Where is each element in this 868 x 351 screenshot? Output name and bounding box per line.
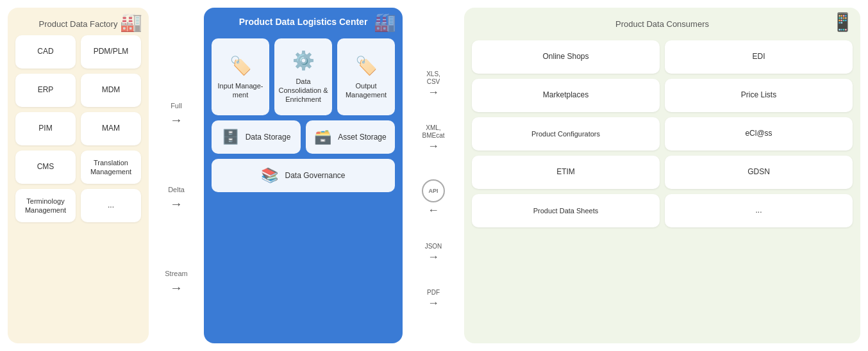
governance-label: Data Governance (285, 171, 345, 180)
factory-icon: 🏭 (120, 12, 142, 33)
center-panel-title: Product Data Logistics Center (239, 17, 368, 27)
list-item: GDSN (665, 156, 853, 189)
list-item: Product Configurators (472, 117, 660, 151)
data-governance-box: 📚 Data Governance (212, 159, 395, 192)
r-arrow-xls-sym: → (428, 86, 439, 99)
list-item: CMS (15, 151, 76, 184)
center-mid-row: 🗄️ Data Storage 🗃️ Asset Storage (212, 120, 395, 154)
r-arrow-pdf-sym: → (428, 297, 439, 310)
output-management-box: 🏷️ Output Manage­ment (337, 38, 395, 115)
right-panel-title: Product Data Consumers (615, 19, 709, 29)
list-item: ETIM (472, 156, 660, 189)
arrow-delta-symbol: → (170, 197, 183, 210)
api-icon: API (422, 179, 445, 202)
data-storage-label: Data Storage (246, 133, 291, 142)
left-arrows-layout: Full → Delta → Stream → (165, 40, 187, 343)
r-arrow-api-sym: ← (428, 204, 439, 217)
list-item: ... (81, 189, 141, 222)
input-label: Input Manage­ment (215, 81, 265, 100)
r-arrow-xls: XLS,CSV → (422, 70, 445, 99)
arrow-stream-label: Stream (165, 270, 187, 278)
arrow-stream-symbol: → (170, 281, 183, 294)
list-item: Translation Management (81, 151, 141, 184)
arrow-full-symbol: → (170, 113, 183, 126)
list-item: MAM (81, 112, 141, 145)
list-item: Marketplaces (472, 79, 660, 112)
output-label: Output Manage­ment (341, 81, 391, 100)
right-arrows: XLS,CSV → XML,BMEcat → API ← JSON → PDF … (408, 8, 459, 343)
consolidation-label: Data Consolidation & Enrichment (278, 77, 328, 104)
asset-storage-label: Asset Storage (338, 133, 386, 142)
left-arrows: Full → Delta → Stream → (154, 8, 199, 343)
list-item: PDM/PLM (81, 35, 141, 69)
left-panel: 🏭 Product Data Factory CAD PDM/PLM ERP M… (8, 8, 149, 343)
right-panel: 📱 Product Data Consumers Online Shops ED… (464, 8, 860, 343)
arrow-delta: Delta → (165, 186, 187, 210)
list-item: Product Data Sheets (472, 194, 660, 227)
governance-icon: 📚 (261, 167, 278, 184)
r-arrow-json-sym: → (428, 250, 439, 264)
r-arrow-xml-label: XML,BMEcat (422, 124, 444, 140)
r-arrow-xls-label: XLS,CSV (426, 70, 440, 86)
r-arrows-layout: XLS,CSV → XML,BMEcat → API ← JSON → PDF … (422, 33, 445, 343)
center-factory-icon: 🏭 (374, 12, 396, 33)
list-item: Terminology Management (15, 189, 76, 222)
arrow-stream: Stream → (165, 270, 187, 294)
right-grid: Online Shops EDI Marketplaces Price List… (472, 40, 853, 227)
data-consolidation-box: ⚙️ Data Consolidation & Enrichment (274, 38, 332, 115)
left-panel-title: Product Data Factory (39, 19, 118, 29)
data-storage-icon: 🗄️ (222, 129, 239, 145)
asset-storage-icon: 🗃️ (314, 129, 331, 145)
input-management-box: 🏷️ Input Manage­ment (212, 38, 269, 115)
input-icon: 🏷️ (230, 54, 252, 78)
r-arrow-json-label: JSON (425, 243, 442, 250)
list-item: ERP (15, 74, 76, 107)
consumers-icon: 📱 (831, 12, 854, 33)
arrow-full-label: Full (171, 102, 182, 110)
list-item: MDM (81, 74, 141, 107)
r-arrow-pdf-label: PDF (427, 289, 440, 297)
list-item: PIM (15, 112, 76, 145)
data-storage-box: 🗄️ Data Storage (212, 120, 301, 154)
center-panel: 🏭 Product Data Logistics Center 🏷️ Input… (204, 8, 403, 343)
r-arrow-json: JSON → (422, 243, 445, 264)
list-item: EDI (665, 40, 853, 74)
list-item: ... (665, 194, 853, 227)
center-bottom: 📚 Data Governance (212, 159, 395, 192)
list-item: CAD (15, 35, 76, 69)
arrow-delta-label: Delta (168, 186, 185, 194)
arrow-full: Full → (165, 102, 187, 126)
r-arrow-xml: XML,BMEcat → (422, 124, 445, 153)
r-arrow-pdf: PDF → (422, 289, 445, 310)
r-arrow-api: API ← (422, 178, 445, 217)
r-arrow-xml-sym: → (428, 140, 439, 153)
left-grid: CAD PDM/PLM ERP MDM PIM MAM CMS Translat… (15, 35, 141, 222)
list-item: eCl@ss (665, 117, 853, 151)
list-item: Online Shops (472, 40, 660, 74)
asset-storage-box: 🗃️ Asset Storage (306, 120, 395, 154)
center-top-row: 🏷️ Input Manage­ment ⚙️ Data Consolidati… (212, 38, 395, 115)
list-item: Price Lists (665, 79, 853, 112)
gear-icon: ⚙️ (292, 49, 315, 72)
output-icon: 🏷️ (355, 54, 378, 78)
